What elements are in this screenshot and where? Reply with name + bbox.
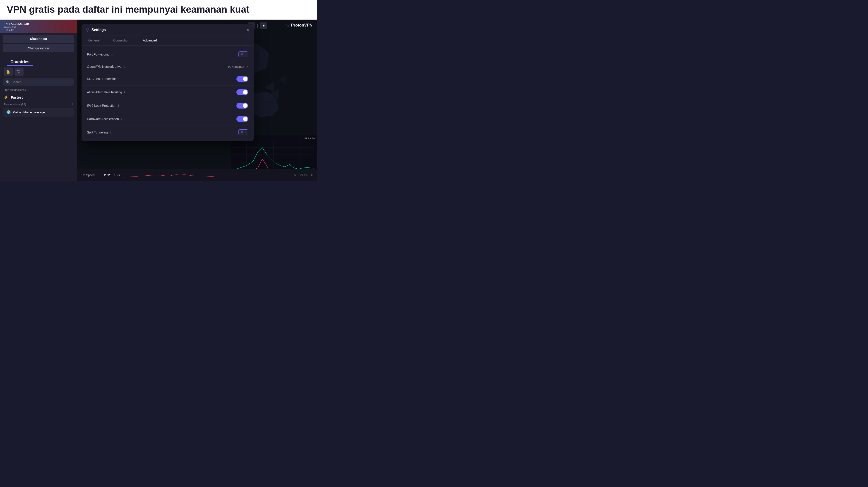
change-server-button[interactable]: Change server bbox=[3, 44, 74, 52]
free-connections-label: Free connections (1) bbox=[0, 87, 77, 92]
settings-dialog: ▽ Settings × General Connection Advanced… bbox=[82, 24, 254, 141]
openvpn-value: TUN adapter bbox=[227, 65, 244, 68]
openvpn-dropdown[interactable]: TUN adapter ∨ bbox=[227, 65, 248, 68]
fastest-label: Fastest bbox=[11, 95, 23, 99]
search-input[interactable] bbox=[11, 80, 71, 84]
port-forwarding-upgrade[interactable]: ▽ + bbox=[239, 52, 248, 57]
openvpn-label: OpenVPN Network driver ℹ bbox=[87, 65, 125, 68]
window-sep: | bbox=[257, 23, 258, 28]
speed-bar-value: 2.52 bbox=[104, 173, 110, 177]
hw-accel-info[interactable]: ℹ bbox=[121, 117, 122, 121]
dialog-tabs: General Connection Advanced bbox=[82, 36, 254, 46]
time-label-left: 60 Seconds bbox=[294, 174, 308, 176]
hw-accel-knob bbox=[243, 117, 248, 121]
port-forwarding-row: Port Forwarding ℹ ▽ + bbox=[82, 48, 254, 61]
alt-routing-row: Allow Alternative Routing ℹ bbox=[82, 86, 254, 99]
shield-icon: 🛡 bbox=[17, 69, 21, 74]
dns-leak-text: DNS Leak Protection bbox=[87, 77, 117, 81]
worldwide-item[interactable]: 🌍 Get worldwide coverage bbox=[3, 108, 74, 117]
worldwide-label: Get worldwide coverage bbox=[13, 111, 44, 114]
split-tunnel-row: Split Tunneling ℹ ▽ + bbox=[82, 126, 254, 139]
ipv6-leak-knob bbox=[243, 103, 248, 108]
ipv6-leak-text: IPv6 Leak Protection bbox=[87, 104, 116, 107]
dropdown-chevron-icon: ∨ bbox=[246, 65, 248, 68]
split-upgrade-plus: + bbox=[244, 131, 246, 134]
sidebar: IP: 37.19.221.230 WireGuard ↓ 10.4 KB Di… bbox=[0, 20, 77, 181]
ipv6-leak-info[interactable]: ℹ bbox=[118, 104, 119, 107]
maximize-button[interactable]: + bbox=[260, 23, 267, 29]
ipv6-leak-row: IPv6 Leak Protection ℹ bbox=[82, 99, 254, 112]
plus-label-text: Plus locations (88) bbox=[4, 103, 26, 106]
time-label-right: 0 bbox=[311, 174, 312, 176]
ip-speed: ↓ 10.4 KB bbox=[4, 29, 73, 31]
dns-leak-info[interactable]: ℹ bbox=[118, 77, 120, 81]
ip-bar: IP: 37.19.221.230 WireGuard ↓ 10.4 KB bbox=[0, 20, 77, 33]
globe-icon: 🌍 bbox=[6, 110, 11, 114]
alt-routing-info[interactable]: ℹ bbox=[124, 91, 125, 94]
chart-speed-label: 51.1 KB/s bbox=[304, 137, 315, 140]
plus-locations-label: Plus locations (88) ℹ bbox=[0, 102, 77, 107]
tab-general[interactable]: General bbox=[82, 36, 106, 45]
split-tunnel-info[interactable]: ℹ bbox=[110, 131, 111, 134]
dialog-content: Port Forwarding ℹ ▽ + OpenVPN Network dr… bbox=[82, 46, 254, 141]
dialog-header: ▽ Settings × bbox=[82, 24, 254, 36]
upload-arrow-icon: ↑ bbox=[99, 173, 100, 177]
tab-advanced[interactable]: Advanced bbox=[136, 36, 164, 45]
search-box: 🔍 bbox=[3, 78, 74, 86]
speed-bar-label: Up Speed: bbox=[82, 173, 95, 177]
lightning-icon: ⚡ bbox=[4, 95, 9, 100]
openvpn-row: OpenVPN Network driver ℹ TUN adapter ∨ bbox=[82, 61, 254, 72]
shield-filter-button[interactable]: 🛡 bbox=[14, 67, 24, 76]
ip-address: IP: 37.19.221.230 bbox=[4, 22, 73, 26]
ipv6-leak-track bbox=[237, 103, 248, 109]
alt-routing-label: Allow Alternative Routing ℹ bbox=[87, 90, 125, 94]
main-content: ▽ ProtonVPN − | + ▽ Settings × General C… bbox=[77, 20, 317, 181]
dialog-title: Settings bbox=[92, 28, 106, 32]
speed-mini-chart bbox=[123, 172, 291, 178]
split-tunnel-upgrade[interactable]: ▽ + bbox=[239, 130, 248, 135]
filter-icons: 🔒 🛡 bbox=[0, 66, 77, 78]
dns-leak-knob bbox=[243, 77, 248, 81]
fastest-item[interactable]: ⚡ Fastest bbox=[0, 92, 77, 102]
hw-accel-toggle[interactable] bbox=[237, 116, 248, 122]
dns-leak-toggle[interactable] bbox=[237, 76, 248, 82]
proton-shield-icon: ▽ bbox=[286, 23, 290, 28]
ip-protocol: WireGuard bbox=[4, 26, 73, 28]
dialog-close-button[interactable]: × bbox=[246, 28, 249, 32]
alt-routing-knob bbox=[243, 90, 248, 94]
alt-routing-track bbox=[237, 89, 248, 95]
split-upgrade-shield-icon: ▽ bbox=[241, 131, 243, 134]
ip-content: IP: 37.19.221.230 WireGuard ↓ 10.4 KB bbox=[4, 22, 73, 31]
tab-connection[interactable]: Connection bbox=[106, 36, 136, 45]
hw-accel-row: Hardware Acceleration ℹ bbox=[82, 112, 254, 126]
alt-routing-toggle[interactable] bbox=[237, 89, 248, 95]
port-forwarding-label: Port Forwarding ℹ bbox=[87, 53, 113, 56]
dialog-shield-icon: ▽ bbox=[86, 27, 89, 32]
split-tunnel-label: Split Tunneling ℹ bbox=[87, 131, 111, 134]
port-forwarding-text: Port Forwarding bbox=[87, 53, 110, 56]
ipv6-leak-toggle[interactable] bbox=[237, 103, 248, 109]
hw-accel-label: Hardware Acceleration ℹ bbox=[87, 117, 122, 121]
proton-logo-text: ProtonVPN bbox=[291, 23, 312, 28]
search-icon: 🔍 bbox=[6, 80, 10, 84]
dialog-title-row: ▽ Settings bbox=[86, 27, 106, 32]
openvpn-text: OpenVPN Network driver bbox=[87, 65, 123, 68]
openvpn-info[interactable]: ℹ bbox=[124, 65, 125, 68]
plus-info-icon[interactable]: ℹ bbox=[72, 103, 73, 106]
speed-bar-unit: KB/s bbox=[114, 173, 120, 177]
top-banner: VPN gratis pada daftar ini mempunyai kea… bbox=[0, 0, 317, 20]
disconnect-button[interactable]: Disconnect bbox=[3, 35, 74, 43]
dns-leak-label: DNS Leak Protection ℹ bbox=[87, 77, 120, 81]
lock-icon: 🔒 bbox=[6, 69, 10, 74]
port-forwarding-info[interactable]: ℹ bbox=[112, 53, 113, 56]
alt-routing-text: Allow Alternative Routing bbox=[87, 90, 122, 94]
app-container: IP: 37.19.221.230 WireGuard ↓ 10.4 KB Di… bbox=[0, 20, 317, 181]
countries-tab[interactable]: Countries bbox=[7, 57, 33, 66]
speed-info-bar: Up Speed: ↑ 2.52 KB/s 60 Seconds 0 bbox=[77, 169, 317, 181]
countries-tab-wrapper: Countries bbox=[0, 54, 77, 66]
proton-logo: ▽ ProtonVPN bbox=[286, 23, 312, 28]
lock-filter-button[interactable]: 🔒 bbox=[4, 67, 13, 76]
ipv6-leak-label: IPv6 Leak Protection ℹ bbox=[87, 104, 119, 107]
dns-leak-track bbox=[237, 76, 248, 82]
hw-accel-text: Hardware Acceleration bbox=[87, 117, 119, 121]
